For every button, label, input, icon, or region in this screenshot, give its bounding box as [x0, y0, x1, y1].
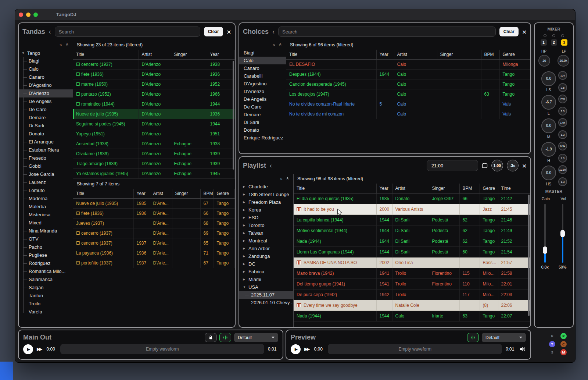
- chevron-right-icon[interactable]: ▶: [243, 191, 246, 198]
- collapse-panel-icon[interactable]: ‹: [272, 28, 275, 35]
- list-item[interactable]: Pacho: [19, 243, 73, 251]
- list-item[interactable]: Maderna: [19, 195, 73, 203]
- q-knob[interactable]: 2.5: [558, 83, 567, 92]
- list-item[interactable]: 2025.11.07: [239, 291, 293, 299]
- list-item[interactable]: Tanturi: [19, 292, 73, 300]
- list-item[interactable]: Pugliese: [19, 251, 73, 259]
- matrix-p-indicator[interactable]: P: [560, 333, 567, 339]
- column-header[interactable]: Year: [133, 189, 150, 198]
- track-row[interactable]: Los despojos (1947)Calo63Tango: [286, 89, 530, 99]
- q-knob[interactable]: 1.3: [558, 130, 567, 139]
- collapse-all-icon[interactable]: »: [278, 43, 283, 46]
- column-header[interactable]: Genre: [480, 184, 498, 193]
- column-header[interactable]: Genre: [214, 189, 235, 198]
- column-header[interactable]: Title: [73, 189, 133, 198]
- column-header[interactable]: Year: [376, 184, 392, 193]
- channel-2-button[interactable]: 2: [551, 39, 557, 46]
- calendar-button[interactable]: [482, 163, 488, 168]
- list-item[interactable]: ▶Korea: [239, 206, 293, 214]
- collapse-panel-icon[interactable]: ‹: [270, 162, 272, 169]
- list-item[interactable]: ▶Freedom Plaza: [239, 198, 293, 206]
- track-row[interactable]: Ya estamos iguales (1945)D'ArienzoEchagu…: [73, 168, 235, 178]
- gain-knob[interactable]: 0.0: [541, 118, 556, 133]
- collapse-panel-icon[interactable]: ‹: [49, 28, 51, 35]
- list-item[interactable]: De Angelis: [19, 97, 73, 106]
- track-row[interactable]: Lloran Las Campanas (1944)1944Di SarliPo…: [294, 246, 530, 257]
- list-item[interactable]: De Angelis: [239, 95, 286, 103]
- list-item[interactable]: Di Sarli: [19, 122, 73, 130]
- track-row[interactable]: Motivo sentimental (1944)1944Di SarliPod…: [294, 225, 530, 236]
- list-item[interactable]: D'Arienzo: [19, 89, 73, 97]
- track-row[interactable]: El marne (1950)D'Arienzo1952: [73, 79, 235, 89]
- list-item[interactable]: Calo: [239, 57, 286, 64]
- track-row[interactable]: Olvidame (1939)D'ArienzoEchague1939: [73, 149, 235, 159]
- track-row[interactable]: El cencerro (1937)1937D'Arie...65Tango: [73, 238, 235, 248]
- track-row[interactable]: Nada (1944)1944Di SarliPodestá62Tango21:…: [294, 236, 530, 246]
- list-item[interactable]: Misteriosa: [19, 211, 73, 219]
- volume-slider-handle[interactable]: [560, 230, 565, 237]
- track-row[interactable]: No te olvides corazon-Raul Iriarte5CaloV…: [286, 99, 530, 109]
- column-header[interactable]: Title: [73, 50, 139, 59]
- choices-close-button[interactable]: ×: [522, 28, 527, 36]
- freq-knob[interactable]: 12.0k: [558, 165, 567, 174]
- track-row[interactable]: El cencerro (1937)D'Arienzo1938: [73, 59, 235, 69]
- track-row[interactable]: Trago amargo (1939)D'ArienzoEchague1939: [73, 159, 235, 168]
- track-row[interactable]: Seguime si podes (1945)D'Arienzo1944: [73, 119, 235, 129]
- column-header[interactable]: Genre: [499, 50, 530, 59]
- collapse-all-icon[interactable]: »: [285, 177, 290, 180]
- minimize-window-button[interactable]: [26, 13, 31, 17]
- list-item[interactable]: Enrique Rodriguez: [239, 134, 286, 142]
- list-item[interactable]: Malerba: [19, 203, 73, 211]
- track-row[interactable]: La capilla blanca (1944)1944Di SarliPode…: [294, 214, 530, 225]
- tandas-clear-button[interactable]: Clear: [204, 27, 223, 36]
- chevron-right-icon[interactable]: ▶: [243, 214, 246, 221]
- chevron-right-icon[interactable]: ▶: [243, 183, 246, 191]
- track-row[interactable]: El día que me quieras (1935)1935DonatoJo…: [294, 193, 530, 204]
- column-header[interactable]: Artist: [394, 50, 437, 59]
- gain-knob[interactable]: -1.9: [541, 142, 556, 157]
- chevron-right-icon[interactable]: ▶: [243, 206, 246, 214]
- cortina-row[interactable]: Every time we say goodbyeNatalie Cole(8)…: [294, 300, 530, 310]
- chevron-right-icon[interactable]: ▶: [243, 268, 246, 276]
- matrix-s-indicator[interactable]: S: [549, 349, 555, 355]
- fast-forward-button[interactable]: ▶▶: [37, 347, 43, 352]
- column-header[interactable]: Artist: [150, 189, 172, 198]
- freq-knob[interactable]: 295: [558, 95, 567, 103]
- close-window-button[interactable]: [19, 13, 23, 17]
- list-item[interactable]: Varela: [19, 308, 73, 316]
- column-header[interactable]: Singer: [171, 50, 207, 59]
- list-item[interactable]: Romantica Milo...: [19, 267, 73, 276]
- matrix-f-indicator[interactable]: F: [549, 333, 555, 339]
- list-item[interactable]: OTV: [19, 235, 73, 243]
- gain-knob[interactable]: 0.0: [541, 166, 556, 180]
- preview-device-select[interactable]: Default: [482, 333, 526, 342]
- list-item[interactable]: Donato: [19, 130, 73, 138]
- sort-icon[interactable]: ↑↓: [272, 43, 275, 47]
- column-header[interactable]: Time: [498, 184, 530, 193]
- list-item[interactable]: ▶Zandunga: [239, 252, 293, 260]
- track-row[interactable]: Cancion desesperada (1945)CaloTango: [286, 79, 530, 89]
- lp-knob[interactable]: 20.0k: [557, 55, 569, 67]
- freq-knob[interactable]: 124: [558, 71, 567, 80]
- track-row[interactable]: Ansiedad (1938)D'ArienzoEchague1938: [73, 139, 235, 149]
- track-row[interactable]: Nueve de julio (1935)1935D'Arie...67Tang…: [73, 198, 235, 208]
- column-header[interactable]: Artist: [139, 50, 171, 59]
- nudge-seconds-button[interactable]: -3s: [507, 160, 519, 171]
- lock-button[interactable]: [205, 333, 216, 342]
- list-item[interactable]: Canaro: [239, 64, 286, 72]
- volume-slider[interactable]: [562, 204, 563, 263]
- choices-clear-button[interactable]: Clear: [499, 27, 519, 36]
- list-item[interactable]: 2026.01.10 Chevy ...: [239, 299, 293, 306]
- list-item[interactable]: Troilo: [19, 300, 73, 308]
- list-item[interactable]: De Caro: [19, 106, 73, 114]
- channel-1-button[interactable]: 1: [541, 39, 547, 46]
- matrix-c-indicator[interactable]: C: [560, 341, 567, 347]
- track-row[interactable]: El cencerro (1937)D'Arie...69Tango: [73, 228, 235, 238]
- q-knob[interactable]: 1.3: [558, 154, 567, 163]
- list-item[interactable]: Calo: [19, 65, 73, 73]
- track-row[interactable]: Despues (1944)1944CaloTango: [286, 69, 530, 79]
- list-item[interactable]: Demare: [239, 111, 286, 118]
- list-item[interactable]: Demare: [19, 114, 73, 122]
- q-knob[interactable]: 1.3: [558, 177, 567, 186]
- list-item[interactable]: Biagi: [239, 49, 286, 57]
